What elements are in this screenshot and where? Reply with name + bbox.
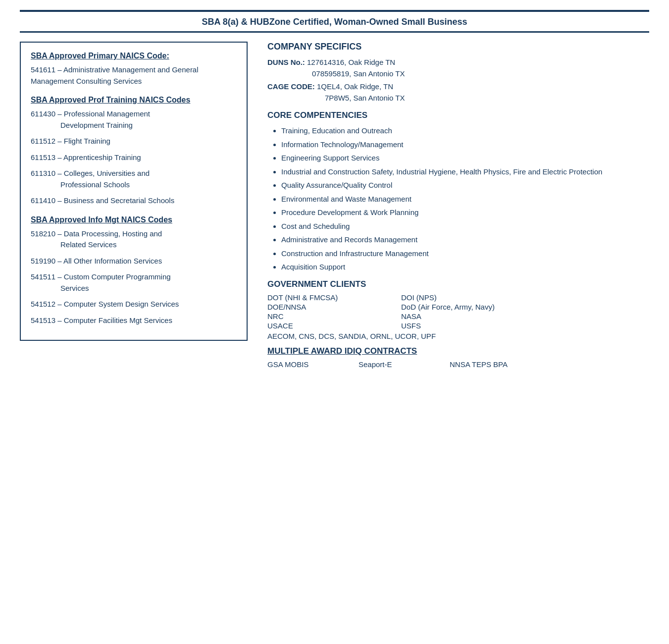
prof-training-naics-title: SBA Approved Prof Training NAICS Codes bbox=[31, 96, 237, 105]
naics-541511-indent: Services bbox=[31, 283, 237, 294]
info-mgt-naics-title: SBA Approved Info Mgt NAICS Codes bbox=[31, 215, 237, 224]
duns-line: DUNS No.: 127614316, Oak Ridge TN 078595… bbox=[267, 57, 644, 79]
company-specifics-section: COMPANY SPECIFICS DUNS No.: 127614316, O… bbox=[267, 42, 644, 104]
naics-611513: 611513 – Apprenticeship Training bbox=[31, 152, 237, 163]
naics-611310-indent: Professional Schools bbox=[31, 179, 237, 191]
duns-value2: 078595819, San Antonio TX bbox=[267, 68, 644, 80]
competency-item: Environmental and Waste Management bbox=[281, 193, 644, 206]
government-clients-full-row: AECOM, CNS, DCS, SANDIA, ORNL, UCOR, UPF bbox=[267, 332, 644, 340]
competency-item: Acquisition Support bbox=[281, 261, 644, 273]
gov-client-nasa: NASA bbox=[401, 312, 644, 321]
naics-611310: 611310 – Colleges, Universities andProfe… bbox=[31, 168, 237, 190]
header-divider bbox=[20, 31, 649, 33]
naics-518210: 518210 – Data Processing, Hosting andRel… bbox=[31, 228, 237, 251]
government-clients-section: GOVERNMENT CLIENTS DOT (NHI & FMCSA) DOI… bbox=[267, 279, 644, 340]
competency-item: Industrial and Construction Safety, Indu… bbox=[281, 165, 644, 178]
naics-611430-indent: Development Training bbox=[31, 120, 237, 131]
naics-518210-indent: Related Services bbox=[31, 239, 237, 251]
primary-naics-section: SBA Approved Primary NAICS Code: 541611 … bbox=[31, 52, 237, 87]
primary-naics-title: SBA Approved Primary NAICS Code: bbox=[31, 52, 237, 60]
idiq-contract-gsa: GSA MOBIS bbox=[267, 360, 357, 369]
info-mgt-naics-section: SBA Approved Info Mgt NAICS Codes 518210… bbox=[31, 215, 237, 326]
idiq-grid: GSA MOBIS Seaport-E NNSA TEPS BPA bbox=[267, 360, 644, 369]
idiq-contract-seaport: Seaport-E bbox=[359, 360, 448, 369]
government-clients-grid: DOT (NHI & FMCSA) DOI (NPS) DOE/NNSA DoD… bbox=[267, 293, 644, 330]
core-competencies-list: Training, Education and Outreach Informa… bbox=[267, 124, 644, 273]
competency-item: Procedure Development & Work Planning bbox=[281, 206, 644, 219]
naics-519190: 519190 – All Other Information Services bbox=[31, 256, 237, 267]
core-competencies-section: CORE COMPENTENCIES Training, Education a… bbox=[267, 110, 644, 273]
primary-naics-code: 541611 – Administrative Management and G… bbox=[31, 65, 199, 85]
competency-item: Engineering Support Services bbox=[281, 152, 644, 164]
cage-label: CAGE CODE: bbox=[267, 82, 315, 91]
main-layout: SBA Approved Primary NAICS Code: 541611 … bbox=[20, 42, 649, 369]
competency-item: Training, Education and Outreach bbox=[281, 124, 644, 137]
idiq-title: MULTIPLE AWARD IDIQ CONTRACTS bbox=[267, 346, 644, 356]
core-competencies-title: CORE COMPENTENCIES bbox=[267, 110, 644, 120]
naics-611512: 611512 – Flight Training bbox=[31, 136, 237, 147]
competency-item: Construction and Infrastructure Manageme… bbox=[281, 247, 644, 260]
idiq-section: MULTIPLE AWARD IDIQ CONTRACTS GSA MOBIS … bbox=[267, 346, 644, 369]
naics-541511: 541511 – Custom Computer ProgrammingServ… bbox=[31, 271, 237, 294]
idiq-contract-nnsa: NNSA TEPS BPA bbox=[450, 360, 644, 369]
primary-naics-entry: 541611 – Administrative Management and G… bbox=[31, 64, 237, 87]
naics-611430: 611430 – Professional ManagementDevelopm… bbox=[31, 108, 237, 131]
competency-item: Information Technology/Management bbox=[281, 138, 644, 151]
page-subtitle: SBA 8(a) & HUBZone Certified, Woman-Owne… bbox=[20, 17, 649, 27]
prof-training-naics-section: SBA Approved Prof Training NAICS Codes 6… bbox=[31, 96, 237, 207]
gov-client-dod: DoD (Air Force, Army, Navy) bbox=[401, 303, 644, 311]
naics-541513: 541513 – Computer Facilities Mgt Service… bbox=[31, 315, 237, 326]
gov-client-doe: DOE/NNSA bbox=[267, 303, 396, 311]
gov-client-usfs: USFS bbox=[401, 322, 644, 330]
company-specifics-title: COMPANY SPECIFICS bbox=[267, 42, 644, 52]
duns-value1: 127614316, Oak Ridge TN bbox=[307, 58, 395, 66]
right-panel: COMPANY SPECIFICS DUNS No.: 127614316, O… bbox=[262, 42, 649, 369]
competency-item: Administrative and Records Management bbox=[281, 233, 644, 246]
naics-611410: 611410 – Business and Secretarial School… bbox=[31, 195, 237, 207]
top-bar bbox=[20, 10, 649, 12]
cage-value2: 7P8W5, San Antonio TX bbox=[267, 93, 644, 104]
gov-client-dot: DOT (NHI & FMCSA) bbox=[267, 293, 396, 302]
left-panel: SBA Approved Primary NAICS Code: 541611 … bbox=[20, 42, 248, 341]
gov-client-usace: USACE bbox=[267, 322, 396, 330]
competency-item: Cost and Scheduling bbox=[281, 220, 644, 233]
gov-client-doi: DOI (NPS) bbox=[401, 293, 644, 302]
cage-line: CAGE CODE: 1QEL4, Oak Ridge, TN 7P8W5, S… bbox=[267, 81, 644, 104]
government-clients-title: GOVERNMENT CLIENTS bbox=[267, 279, 644, 289]
competency-item: Quality Assurance/Quality Control bbox=[281, 179, 644, 192]
duns-label: DUNS No.: bbox=[267, 58, 305, 66]
naics-541512: 541512 – Computer System Design Services bbox=[31, 299, 237, 310]
cage-value1: 1QEL4, Oak Ridge, TN bbox=[317, 82, 393, 91]
gov-client-nrc: NRC bbox=[267, 312, 396, 321]
